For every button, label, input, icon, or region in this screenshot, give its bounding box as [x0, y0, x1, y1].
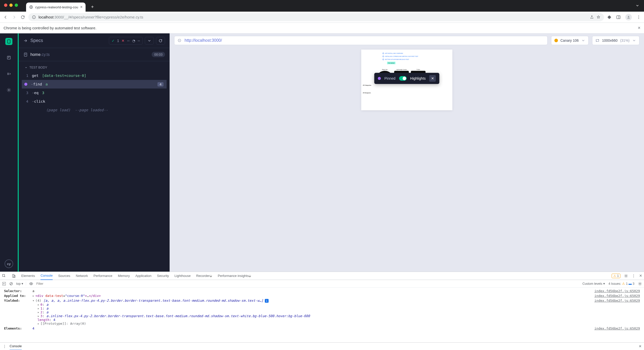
options-dropdown[interactable] [145, 37, 154, 45]
drawer-tab-console[interactable]: Console [10, 343, 22, 350]
tab-security[interactable]: Security [157, 272, 169, 280]
filter-input[interactable] [36, 282, 579, 286]
svg-point-8 [638, 17, 639, 17]
extensions-icon[interactable] [607, 15, 612, 19]
svg-rect-4 [617, 16, 620, 19]
back-button[interactable] [3, 15, 8, 20]
kebab-menu-icon[interactable] [632, 274, 636, 278]
close-icon[interactable]: × [638, 25, 640, 31]
new-tab-button[interactable]: ＋ [90, 4, 95, 10]
devtools-drawer: Console × [0, 342, 644, 350]
console-output[interactable]: Selector: a index.fd56be2f.js:65029 Appl… [0, 288, 644, 342]
pending-count: -- [138, 39, 140, 43]
log-value: a [32, 289, 640, 293]
viewport-selector[interactable]: 1000x660 (31%) [592, 36, 639, 45]
browser-selector[interactable]: Canary 106 [551, 36, 589, 45]
gear-icon[interactable] [624, 274, 628, 278]
window-minimize[interactable] [9, 4, 13, 7]
site-info-icon[interactable] [32, 15, 36, 19]
log-levels-selector[interactable]: Custom levels ▾ [582, 282, 605, 286]
tab-lighthouse[interactable]: Lighthouse [174, 272, 191, 280]
tab-perf-insights[interactable]: Performance insights ⬙ [218, 272, 251, 280]
svg-point-9 [638, 18, 639, 19]
spec-name: home [30, 52, 41, 57]
device-toggle-icon[interactable] [12, 274, 16, 278]
tab-application[interactable]: Application [135, 272, 152, 280]
gear-icon[interactable] [638, 282, 642, 286]
source-link[interactable]: index.fd56be2f.js:65029 [594, 299, 640, 302]
tab-recorder[interactable]: Recorder ⬙ [196, 272, 212, 280]
profile-avatar[interactable] [625, 14, 632, 20]
address-bar[interactable]: localhost:3000/__/#/specs/runner?file=cy… [28, 13, 604, 21]
product-card: Black Hat [377, 69, 392, 70]
nav-specs-icon[interactable] [5, 38, 12, 45]
nav-debug-icon[interactable] [5, 70, 12, 77]
source-link[interactable]: index.fd56be2f.js:65029 [594, 289, 640, 293]
product-card: T-Shirt [411, 69, 426, 70]
aut-panel: http://localhost:3000/ Canary 106 1000x6… [170, 33, 644, 272]
info-badge-icon[interactable]: i [265, 299, 269, 303]
page-load-row: (page load) --page loaded-- [22, 106, 167, 114]
command-row[interactable]: 1 get [data-test=course-0] [22, 71, 167, 80]
kebab-menu-icon[interactable] [636, 15, 641, 19]
command-row[interactable]: 4 -click [22, 97, 167, 106]
nav-runs-icon[interactable] [5, 54, 12, 61]
tab-memory[interactable]: Memory [118, 272, 130, 280]
canary-icon [554, 39, 558, 42]
reload-button[interactable] [20, 15, 25, 20]
bookmark-star-icon[interactable] [596, 15, 600, 19]
cypress-logo-icon: cy [5, 259, 13, 268]
issues-summary[interactable]: 4 Issues: ⚠ 1 ▬ 3 [609, 282, 634, 286]
selector-playground-icon[interactable] [177, 38, 182, 42]
inspect-icon[interactable] [2, 274, 6, 278]
expand-icon[interactable] [23, 38, 28, 43]
context-selector[interactable]: top ▾ [16, 282, 26, 286]
error-badge[interactable]: ⚠1 [612, 274, 621, 278]
tab-elements[interactable]: Elements [21, 272, 35, 280]
chevron-down-icon[interactable] [635, 4, 639, 8]
scale-icon [595, 38, 599, 42]
kebab-menu-icon[interactable] [3, 344, 7, 348]
tab-performance[interactable]: Performance [93, 272, 112, 280]
command-row[interactable]: 3 -eq 3 [22, 89, 167, 97]
automation-banner-text: Chrome is being controlled by automated … [4, 26, 96, 30]
svg-point-30 [639, 283, 640, 284]
close-icon[interactable]: × [639, 273, 642, 278]
chevron-down-icon [581, 38, 585, 42]
window-close[interactable] [4, 4, 7, 7]
categories-heading: All Categories [363, 84, 371, 86]
tab-console[interactable]: Console [41, 272, 53, 280]
tab-network[interactable]: Network [76, 272, 88, 280]
rerun-button[interactable] [156, 37, 165, 45]
svg-point-17 [179, 40, 180, 41]
sidepanel-icon[interactable] [616, 15, 621, 19]
close-icon[interactable]: × [639, 344, 641, 349]
clear-console-icon[interactable] [9, 282, 13, 286]
svg-point-6 [628, 16, 629, 17]
highlights-toggle[interactable] [399, 76, 407, 81]
chrome-tab-strip: cypress-realworld-testing-cou × ＋ [0, 0, 644, 12]
command-row-active[interactable]: -find a 4 [22, 80, 167, 89]
forward-button[interactable] [12, 15, 17, 20]
nav-settings-icon[interactable] [5, 86, 12, 94]
aut-url-bar[interactable]: http://localhost:3000/ [174, 36, 548, 45]
close-icon[interactable]: × [80, 5, 83, 9]
fail-count: -- [127, 39, 129, 43]
browser-tab-active[interactable]: cypress-realworld-testing-cou × [26, 3, 86, 12]
execute-icon[interactable] [2, 282, 6, 286]
window-maximize[interactable] [15, 4, 18, 7]
devtools-tabs: Elements Console Sources Network Perform… [0, 272, 644, 280]
source-link[interactable]: index.fd56be2f.js:65029 [594, 326, 640, 330]
product-card: Lightweight Jacket [394, 69, 409, 70]
spec-file-row[interactable]: home.cy.ts 00:03 [19, 48, 170, 61]
pin-indicator-icon [24, 83, 27, 86]
close-icon[interactable]: ✕ [429, 75, 436, 82]
svg-point-7 [638, 15, 639, 16]
share-icon[interactable] [590, 15, 594, 19]
tab-sources[interactable]: Sources [58, 272, 70, 280]
eye-icon[interactable] [29, 282, 33, 286]
tab-title: cypress-realworld-testing-cou [35, 5, 78, 9]
log-label: Yielded: [4, 299, 29, 325]
source-link[interactable]: index.fd56be2f.js:65029 [594, 294, 640, 298]
test-body-header[interactable]: TEST BODY [22, 64, 167, 71]
